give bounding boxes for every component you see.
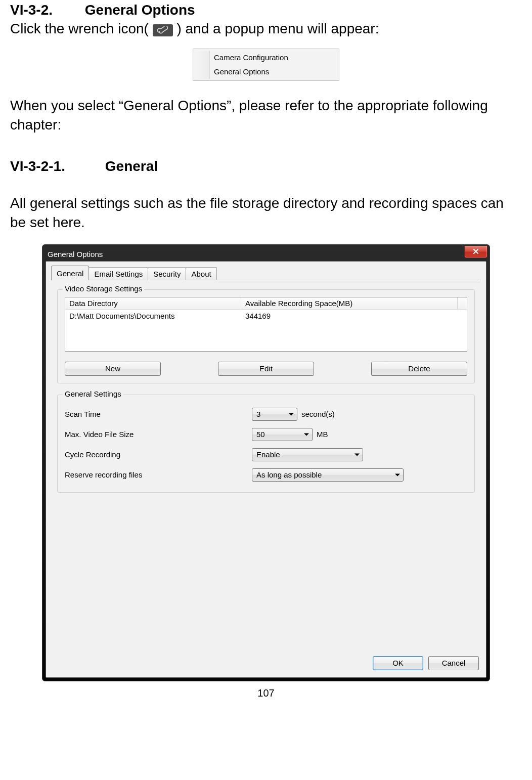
heading2-title: General	[105, 158, 158, 174]
close-button[interactable]	[464, 246, 487, 258]
unit-seconds: second(s)	[301, 410, 335, 418]
para-before-dialog: All general settings such as the file st…	[10, 194, 522, 232]
dialog-figure: General Options General Email Settings S…	[10, 244, 522, 681]
wrench-icon	[153, 24, 173, 36]
intro-line: Click the wrench icon( ) and a popup men…	[10, 19, 522, 38]
general-options-window: General Options General Email Settings S…	[42, 244, 490, 681]
button-label: Edit	[259, 364, 273, 373]
label-max-video-size: Max. Video File Size	[65, 430, 252, 439]
popup-menu-figure: Camera Configuration General Options	[10, 49, 522, 81]
page-number: 107	[10, 687, 522, 699]
tab-email-settings[interactable]: Email Settings	[88, 267, 148, 280]
tab-panel-general: Video Storage Settings Data Directory Av…	[51, 280, 481, 649]
group-general-settings: General Settings Scan Time 3 second(s)	[57, 395, 475, 493]
label-reserve-recording: Reserve recording files	[65, 470, 252, 479]
para-after-popup: When you select “General Options”, pleas…	[10, 96, 522, 135]
window-title: General Options	[48, 250, 103, 258]
cell-available-space: 344169	[241, 310, 467, 323]
group-video-storage: Video Storage Settings Data Directory Av…	[57, 289, 475, 383]
tab-label: Security	[153, 270, 181, 278]
delete-button[interactable]: Delete	[371, 362, 467, 376]
popup-icon-col	[195, 51, 210, 65]
popup-item-general-options[interactable]: General Options	[195, 65, 337, 79]
tab-about[interactable]: About	[186, 267, 216, 280]
unit-mb: MB	[317, 430, 328, 439]
intro-text-pre: Click the wrench icon(	[10, 21, 149, 36]
popup-item-label: General Options	[214, 67, 269, 76]
table-header-row: Data Directory Available Recording Space…	[65, 297, 467, 310]
button-label: Cancel	[442, 659, 466, 667]
label-scan-time: Scan Time	[65, 410, 252, 418]
close-icon	[472, 248, 479, 255]
cell-data-directory: D:\Matt Documents\Documents	[65, 310, 241, 323]
ok-button[interactable]: OK	[373, 656, 423, 670]
select-value: 3	[256, 410, 260, 418]
select-cycle-recording[interactable]: Enable	[252, 448, 363, 461]
button-label: New	[105, 364, 120, 373]
chevron-down-icon	[395, 473, 400, 476]
tab-security[interactable]: Security	[148, 267, 186, 280]
svg-point-0	[158, 31, 160, 33]
chevron-down-icon	[354, 453, 360, 456]
tab-label: Email Settings	[94, 270, 143, 278]
col-header-pad	[458, 297, 467, 310]
group-title: General Settings	[63, 389, 123, 398]
popup-item-label: Camera Configuration	[214, 53, 288, 62]
select-reserve-recording[interactable]: As long as possible	[252, 468, 404, 482]
row-cycle-recording: Cycle Recording Enable	[65, 445, 467, 465]
tab-general[interactable]: General	[51, 266, 89, 280]
popup-menu: Camera Configuration General Options	[193, 49, 339, 81]
row-max-video-size: Max. Video File Size 50 MB	[65, 424, 467, 445]
button-label: OK	[392, 659, 404, 667]
heading-number: VI-3-2.	[10, 2, 81, 18]
popup-item-camera-config[interactable]: Camera Configuration	[195, 51, 337, 65]
row-scan-time: Scan Time 3 second(s)	[65, 404, 467, 424]
edit-button[interactable]: Edit	[218, 362, 314, 376]
tabs: General Email Settings Security About	[51, 266, 216, 280]
select-max-video-size[interactable]: 50	[252, 428, 313, 441]
storage-table: Data Directory Available Recording Space…	[65, 297, 467, 352]
general-settings-rows: Scan Time 3 second(s) Max. Video File Si…	[65, 404, 467, 485]
intro-text-post: ) and a popup menu will appear:	[176, 21, 379, 36]
table-row[interactable]: D:\Matt Documents\Documents 344169	[65, 310, 467, 323]
col-header-data-directory[interactable]: Data Directory	[65, 297, 241, 310]
heading-vi-3-2-1: VI-3-2-1. General	[10, 158, 522, 175]
col-header-available-space[interactable]: Available Recording Space(MB)	[241, 297, 458, 310]
group-title: Video Storage Settings	[63, 284, 144, 293]
select-scan-time[interactable]: 3	[252, 408, 297, 421]
heading-vi-3-2: VI-3-2. General Options	[10, 2, 522, 18]
new-button[interactable]: New	[65, 362, 161, 376]
select-value: 50	[256, 430, 265, 439]
label-cycle-recording: Cycle Recording	[65, 450, 252, 459]
popup-icon-col	[195, 65, 210, 79]
tab-label: General	[57, 269, 83, 278]
chevron-down-icon	[289, 413, 294, 415]
select-value: As long as possible	[256, 470, 322, 479]
dialog-body: General Email Settings Security About Vi…	[46, 261, 486, 678]
button-label: Delete	[408, 364, 430, 373]
dialog-footer: OK Cancel	[373, 656, 479, 670]
select-value: Enable	[256, 450, 280, 459]
heading-title: General Options	[85, 2, 195, 18]
cancel-button[interactable]: Cancel	[428, 656, 479, 670]
storage-buttons: New Edit Delete	[65, 362, 467, 376]
row-reserve-recording: Reserve recording files As long as possi…	[65, 465, 467, 485]
heading2-number: VI-3-2-1.	[10, 158, 101, 175]
tab-label: About	[191, 270, 211, 278]
chevron-down-icon	[304, 433, 309, 436]
titlebar: General Options	[46, 248, 486, 261]
